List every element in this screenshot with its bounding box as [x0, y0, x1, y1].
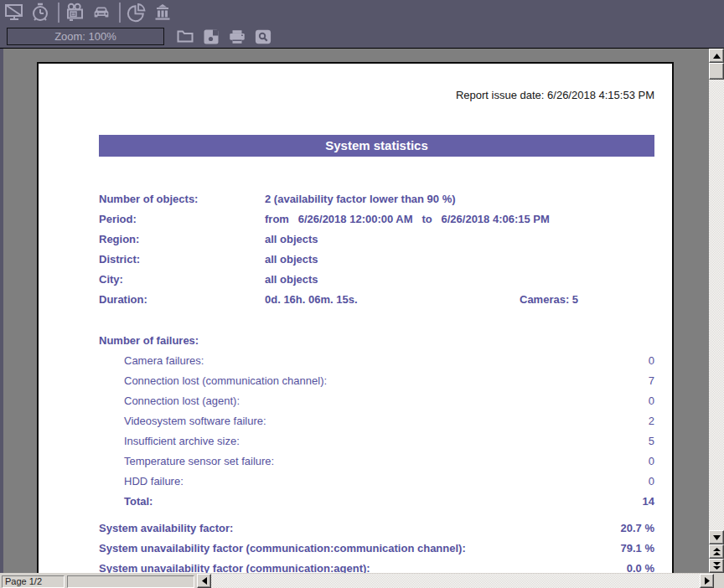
- failure-value: 0: [649, 472, 654, 492]
- failure-label: Connection lost (communication channel):: [124, 371, 327, 391]
- failure-label: Videosystem software failure:: [124, 411, 266, 431]
- failure-value: 7: [649, 371, 654, 391]
- field-label: City:: [99, 270, 265, 290]
- info-row: Duration: 0d. 16h. 06m. 15s. Cameras: 5: [99, 290, 654, 310]
- failure-row: HDD failure: 0: [99, 472, 654, 492]
- failure-label: HDD failure:: [124, 472, 184, 492]
- bar-chart-icon[interactable]: [152, 2, 173, 23]
- failures-heading: Number of failures:: [99, 331, 654, 351]
- failure-label: Camera failures:: [124, 351, 204, 371]
- summary-row: System unavailability factor (communicat…: [99, 539, 654, 559]
- status-bar-filler: [714, 573, 724, 588]
- summary-label: System availability factor:: [99, 518, 233, 539]
- scroll-down-button[interactable]: [709, 530, 724, 544]
- previous-page-button[interactable]: [709, 544, 724, 559]
- info-row: City: all objects: [99, 270, 654, 290]
- failure-row: Videosystem software failure: 2: [99, 411, 654, 431]
- page-indicator: Page 1/2: [2, 575, 65, 588]
- failure-row: Connection lost (communication channel):…: [99, 371, 654, 391]
- cameras-count: Cameras: 5: [520, 290, 578, 310]
- field-value: all objects: [265, 250, 318, 270]
- report-content: Report issue date: 6/26/2018 4:15:53 PM …: [99, 89, 654, 573]
- report-page: Report issue date: 6/26/2018 4:15:53 PM …: [37, 62, 674, 573]
- page-indicator-label: Page 1/2: [5, 576, 42, 586]
- failure-value: 2: [649, 411, 654, 431]
- failure-value: 0: [649, 451, 654, 472]
- field-label: District:: [99, 250, 265, 270]
- failure-row: Connection lost (agent): 0: [99, 391, 654, 411]
- summary-value: 79.1 %: [621, 539, 654, 559]
- summary-block: System availability factor: 20.7 % Syste…: [99, 518, 654, 573]
- search-icon[interactable]: [254, 28, 272, 46]
- failures-total-row: Total: 14: [99, 492, 654, 512]
- total-label: Total:: [124, 492, 153, 512]
- status-panel: [67, 575, 194, 588]
- monitor-off-icon[interactable]: [3, 2, 25, 23]
- failures-block: Camera failures: 0 Connection lost (comm…: [99, 351, 654, 512]
- toolbar-separator: [58, 3, 59, 23]
- field-label: Period:: [99, 209, 265, 230]
- zoom-level-indicator[interactable]: Zoom: 100%: [7, 28, 164, 45]
- failure-label: Temperature sensor set failure:: [124, 451, 274, 472]
- report-title: System statistics: [325, 138, 428, 152]
- field-label: Number of objects:: [99, 189, 265, 209]
- next-page-button[interactable]: [709, 559, 724, 573]
- report-title-bar: System statistics: [99, 135, 654, 157]
- status-bar: Page 1/2: [0, 573, 724, 588]
- report-preview-window: Zoom: 100%: [0, 0, 724, 588]
- failure-value: 0: [649, 391, 654, 411]
- info-row: Period: from 6/26/2018 12:00:00 AM to 6/…: [99, 209, 654, 230]
- failure-row: Insufficient archive size: 5: [99, 431, 654, 451]
- failure-label: Insufficient archive size:: [124, 431, 240, 451]
- preview-toolbar: Zoom: 100%: [0, 25, 724, 48]
- pie-chart-icon[interactable]: [126, 2, 147, 23]
- summary-label: System unavailability factor (communicat…: [99, 539, 466, 559]
- info-row: Region: all objects: [99, 230, 654, 250]
- summary-value: 20.7 %: [621, 518, 654, 539]
- zoom-level-label: Zoom: 100%: [54, 30, 116, 43]
- main-toolbar: [0, 0, 724, 25]
- failure-row: Camera failures: 0: [99, 351, 654, 371]
- summary-value: 0.0 %: [627, 559, 654, 573]
- print-icon[interactable]: [228, 28, 246, 46]
- info-row: Number of objects: 2 (availability facto…: [99, 189, 654, 209]
- scroll-up-button[interactable]: [709, 49, 724, 63]
- field-value: all objects: [265, 230, 318, 250]
- car-icon[interactable]: [90, 2, 112, 23]
- field-value: from 6/26/2018 12:00:00 AM to 6/26/2018 …: [265, 209, 550, 230]
- save-icon[interactable]: [202, 28, 220, 46]
- scroll-right-button[interactable]: [700, 574, 714, 588]
- vertical-scrollbar[interactable]: [709, 49, 724, 573]
- field-label: Region:: [99, 230, 265, 250]
- field-value: all objects: [265, 270, 318, 290]
- field-label: Duration:: [99, 290, 265, 310]
- field-value: 2 (availability factor lower than 90 %): [265, 189, 456, 209]
- vertical-scrollbar-track[interactable]: [709, 80, 724, 530]
- preview-pane: Report issue date: 6/26/2018 4:15:53 PM …: [0, 48, 724, 573]
- info-row: District: all objects: [99, 250, 654, 270]
- film-projector-icon[interactable]: [65, 2, 86, 23]
- summary-row: System unavailability factor (communicat…: [99, 559, 654, 573]
- preview-canvas: Report issue date: 6/26/2018 4:15:53 PM …: [3, 49, 709, 573]
- total-value: 14: [643, 492, 654, 512]
- summary-label: System unavailability factor (communicat…: [99, 559, 370, 573]
- failure-row: Temperature sensor set failure: 0: [99, 451, 654, 472]
- toolbar-separator: [119, 3, 121, 23]
- failure-label: Connection lost (agent):: [124, 391, 240, 411]
- scroll-left-button[interactable]: [197, 574, 211, 588]
- horizontal-scrollbar-track[interactable]: [211, 574, 700, 588]
- report-info-block: Number of objects: 2 (availability facto…: [99, 189, 654, 310]
- horizontal-scrollbar[interactable]: [197, 574, 714, 588]
- failure-value: 0: [649, 351, 654, 371]
- field-value: 0d. 16h. 06m. 15s.: [265, 290, 358, 310]
- report-issue-date: Report issue date: 6/26/2018 4:15:53 PM: [99, 89, 654, 102]
- vertical-scrollbar-thumb[interactable]: [709, 63, 724, 80]
- failure-value: 5: [649, 431, 654, 451]
- alarm-clock-icon[interactable]: [29, 2, 51, 23]
- open-folder-icon[interactable]: [176, 28, 194, 46]
- summary-row: System availability factor: 20.7 %: [99, 518, 654, 539]
